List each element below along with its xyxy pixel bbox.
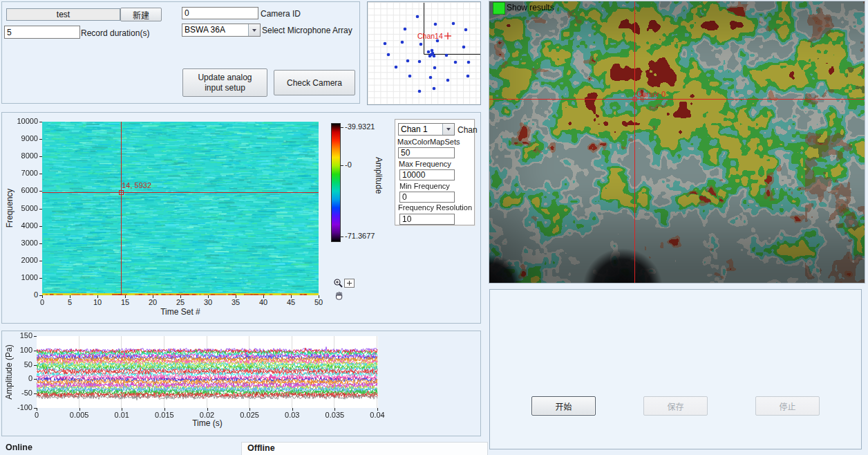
- channel-value: Chan 1: [399, 124, 442, 135]
- spectrogram-panel: Frequency 14, 5932 Time Set # -39.9321 -…: [1, 112, 481, 324]
- x-tick-label: 45: [283, 298, 299, 306]
- x-tick-label: 0: [34, 298, 50, 306]
- channel-dropdown[interactable]: Chan 1: [398, 123, 455, 136]
- y-tick-mark: [34, 351, 37, 351]
- x-tick-label: 20: [144, 298, 161, 306]
- stop-button[interactable]: 停止: [755, 396, 820, 416]
- x-tick-label: 0: [26, 411, 48, 419]
- show-results-label: Show results: [507, 3, 554, 12]
- mic-point: [431, 49, 434, 53]
- mic-point: [467, 61, 471, 64]
- y-tick-label: 2000: [8, 256, 38, 264]
- x-tick-label: 10: [89, 298, 106, 306]
- x-tick-label: 35: [227, 298, 244, 306]
- x-tick-label: 15: [117, 298, 133, 306]
- new-project-button[interactable]: 新建: [120, 8, 162, 21]
- x-tick-mark: [207, 408, 208, 411]
- mic-point: [401, 41, 404, 44]
- mic-array-plot[interactable]: Chan14: [367, 1, 481, 105]
- frequency-resolution-input[interactable]: [399, 214, 455, 225]
- mic-point: [427, 50, 431, 54]
- y-tick-label: 6000: [8, 186, 38, 194]
- min-frequency-input[interactable]: [399, 192, 455, 203]
- x-tick-label: 0.005: [68, 411, 91, 419]
- x-tick-mark: [180, 295, 181, 298]
- colorbar-tick: [341, 236, 343, 237]
- mic-array-scatter: Chan14: [368, 2, 480, 104]
- colorbar-min-label: -71.3677: [345, 232, 375, 240]
- waveform-plot[interactable]: [37, 336, 378, 408]
- y-tick-label: -50: [2, 389, 32, 397]
- x-tick-label: 25: [172, 298, 189, 306]
- mic-point: [464, 28, 468, 32]
- mic-point: [429, 76, 433, 80]
- max-frequency-input[interactable]: [399, 169, 455, 180]
- y-tick-mark: [39, 261, 42, 261]
- mic-point: [454, 61, 457, 64]
- zoom-plus-icon[interactable]: [344, 279, 355, 288]
- y-tick-label: 9000: [8, 134, 38, 142]
- x-tick-mark: [122, 408, 122, 411]
- camera-view: Show results Cursor 0: [489, 1, 865, 284]
- dropdown-arrow-button[interactable]: [248, 24, 260, 36]
- x-tick-mark: [125, 295, 126, 298]
- y-tick-label: 8000: [8, 151, 38, 160]
- config-panel: test 新建 Record duration(s) Camera ID BSW…: [1, 1, 360, 104]
- max-colormap-input[interactable]: [398, 147, 455, 158]
- update-analog-input-button[interactable]: Update analog input setup: [182, 68, 267, 97]
- camera-id-label: Camera ID: [261, 9, 301, 19]
- dropdown-arrow-button[interactable]: [442, 124, 454, 135]
- mic-point: [434, 23, 437, 26]
- x-tick-label: 30: [200, 298, 216, 306]
- mic-point: [408, 75, 412, 78]
- beamforming-overlay-image[interactable]: [489, 1, 865, 283]
- mic-point: [433, 87, 436, 91]
- offline-status-label: Offline: [247, 443, 275, 453]
- project-name-field[interactable]: test: [6, 8, 120, 21]
- y-tick-label: 150: [2, 331, 32, 340]
- actions-panel: 开始 保存 停止: [489, 289, 862, 449]
- x-tick-mark: [97, 295, 98, 298]
- spectrogram-plot[interactable]: [42, 122, 319, 295]
- x-tick-mark: [334, 408, 335, 411]
- microphone-array-value: BSWA 36A: [182, 24, 248, 36]
- mic-point: [406, 59, 410, 63]
- zoom-tool-icon[interactable]: [333, 278, 344, 289]
- mic-cursor-label: Chan14: [417, 32, 443, 40]
- analysis-controls-panel: Chan 1 Chan MaxColorMapSets Max Frequenc…: [395, 119, 475, 225]
- camera-id-input[interactable]: [182, 7, 258, 19]
- y-tick-label: 4000: [8, 221, 38, 230]
- y-tick-label: 3000: [8, 239, 38, 247]
- save-button[interactable]: 保存: [643, 396, 708, 416]
- check-camera-button[interactable]: Check Camera: [274, 70, 355, 95]
- y-tick-label: 50: [2, 360, 32, 369]
- y-tick-mark: [39, 191, 42, 192]
- x-tick-mark: [79, 408, 80, 411]
- acoustic-camera-app: test 新建 Record duration(s) Camera ID BSW…: [0, 0, 868, 455]
- channel-label: Chan: [457, 125, 478, 135]
- y-tick-mark: [34, 379, 37, 380]
- x-tick-label: 0.03: [281, 411, 303, 419]
- microphone-array-dropdown[interactable]: BSWA 36A: [182, 24, 261, 37]
- y-tick-mark: [34, 365, 37, 366]
- online-status-label: Online: [6, 443, 32, 452]
- record-duration-input[interactable]: [4, 26, 80, 39]
- colorbar-tick: [341, 165, 343, 166]
- x-tick-mark: [70, 295, 70, 298]
- microphone-array-label: Select Microphone Array: [262, 26, 352, 35]
- x-tick-label: 50: [310, 298, 327, 306]
- pan-hand-icon[interactable]: [334, 290, 344, 300]
- y-tick-label: 5000: [8, 204, 38, 212]
- y-tick-mark: [34, 336, 37, 337]
- y-tick-mark: [39, 156, 42, 157]
- mic-point: [416, 15, 419, 19]
- offline-status-box: Offline: [241, 442, 488, 455]
- start-button[interactable]: 开始: [531, 396, 596, 416]
- record-duration-label: Record duration(s): [81, 28, 149, 38]
- show-results-indicator[interactable]: [493, 2, 505, 15]
- camera-cursor-label: Cursor 0: [636, 90, 666, 98]
- mic-point: [445, 54, 449, 57]
- mic-point: [433, 66, 437, 70]
- waveform-panel: Amplitude (Pa) Time (s) 150100500-50-100…: [1, 331, 481, 436]
- amplitude-colorbar[interactable]: [331, 123, 341, 242]
